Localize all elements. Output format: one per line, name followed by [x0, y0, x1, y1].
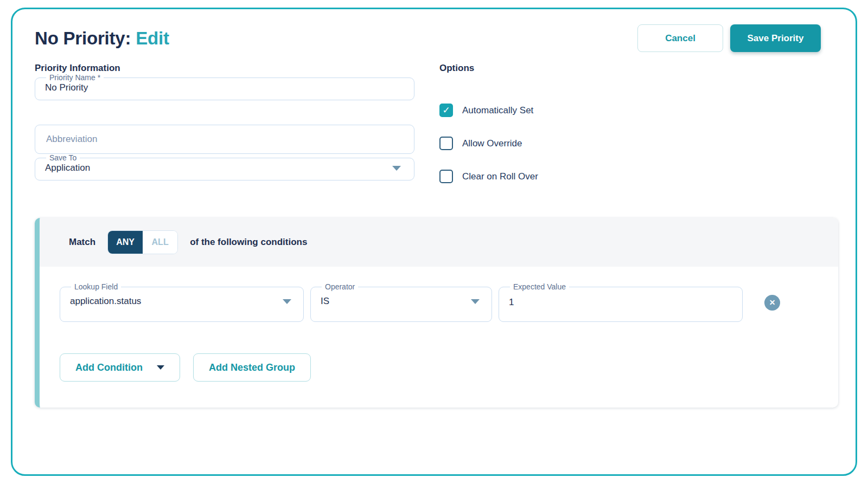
lookup-field-value: application.status — [70, 296, 283, 307]
save-to-label: Save To — [49, 153, 76, 162]
save-to-value: Application — [45, 163, 392, 173]
priority-name-field: Priority Name * — [35, 74, 414, 100]
match-all-button[interactable]: ALL — [143, 231, 177, 254]
remove-condition-icon[interactable]: ✕ — [764, 295, 780, 311]
condition-group-panel: Match ANY ALL of the following condition… — [35, 218, 838, 408]
chevron-down-icon — [157, 365, 164, 370]
conditions-suffix-label: of the following conditions — [190, 237, 307, 248]
form-columns: Priority Information Priority Name * Sav… — [35, 63, 838, 183]
checkbox-label: Clear on Roll Over — [462, 171, 538, 182]
condition-row: Lookup Field application.status Operator… — [60, 283, 816, 322]
priority-name-input[interactable] — [43, 81, 406, 100]
add-condition-label: Add Condition — [75, 362, 143, 373]
checkbox-row-allow-override[interactable]: ✓ Allow Override — [439, 137, 838, 150]
header-actions: Cancel Save Priority — [637, 24, 821, 52]
checkbox-unchecked-icon[interactable]: ✓ — [439, 170, 453, 183]
checkbox-checked-icon[interactable]: ✓ — [439, 104, 453, 117]
priority-edit-card: No Priority: Edit Cancel Save Priority P… — [11, 8, 857, 476]
cancel-button[interactable]: Cancel — [637, 24, 723, 52]
checkbox-row-automatically-set[interactable]: ✓ Automatically Set — [439, 104, 838, 117]
operator-value: IS — [321, 296, 471, 307]
add-nested-group-label: Add Nested Group — [209, 362, 295, 373]
checkbox-label: Allow Override — [462, 138, 522, 149]
expected-value-input[interactable] — [507, 291, 735, 308]
checkbox-unchecked-icon[interactable]: ✓ — [439, 137, 453, 150]
save-priority-button[interactable]: Save Priority — [730, 24, 821, 52]
chevron-down-icon — [283, 299, 291, 304]
expected-value-field: Expected Value — [499, 283, 743, 322]
match-any-all-toggle: ANY ALL — [107, 230, 178, 254]
options-heading: Options — [439, 63, 838, 74]
add-nested-group-button[interactable]: Add Nested Group — [193, 353, 311, 382]
expected-value-label: Expected Value — [513, 282, 566, 291]
lookup-field-select[interactable]: Lookup Field application.status — [60, 283, 304, 322]
checkbox-label: Automatically Set — [462, 105, 533, 116]
operator-label: Operator — [325, 282, 355, 291]
operator-select[interactable]: Operator IS — [310, 283, 492, 322]
add-condition-button[interactable]: Add Condition — [60, 353, 180, 382]
checkbox-row-clear-on-roll-over[interactable]: ✓ Clear on Roll Over — [439, 170, 838, 183]
condition-group-actions: Add Condition Add Nested Group — [60, 353, 816, 382]
lookup-field-label: Lookup Field — [74, 282, 118, 291]
condition-group-header: Match ANY ALL of the following condition… — [40, 218, 838, 267]
priority-name-label: Priority Name * — [49, 73, 100, 82]
options-section: Options ✓ Automatically Set ✓ Allow Over… — [439, 63, 838, 183]
abbreviation-input[interactable] — [35, 125, 414, 154]
page-title-accent: Edit — [136, 28, 169, 48]
chevron-down-icon — [392, 166, 401, 171]
header: No Priority: Edit Cancel Save Priority — [35, 28, 838, 52]
page-title-main: No Priority: — [35, 28, 131, 48]
save-to-select[interactable]: Save To Application — [35, 154, 414, 180]
priority-information-section: Priority Information Priority Name * Sav… — [35, 63, 414, 183]
condition-group-body: Lookup Field application.status Operator… — [40, 267, 838, 408]
page-title: No Priority: Edit — [35, 28, 169, 49]
priority-information-heading: Priority Information — [35, 63, 414, 74]
chevron-down-icon — [471, 299, 480, 304]
match-label: Match — [69, 237, 95, 248]
match-any-button[interactable]: ANY — [108, 231, 143, 254]
